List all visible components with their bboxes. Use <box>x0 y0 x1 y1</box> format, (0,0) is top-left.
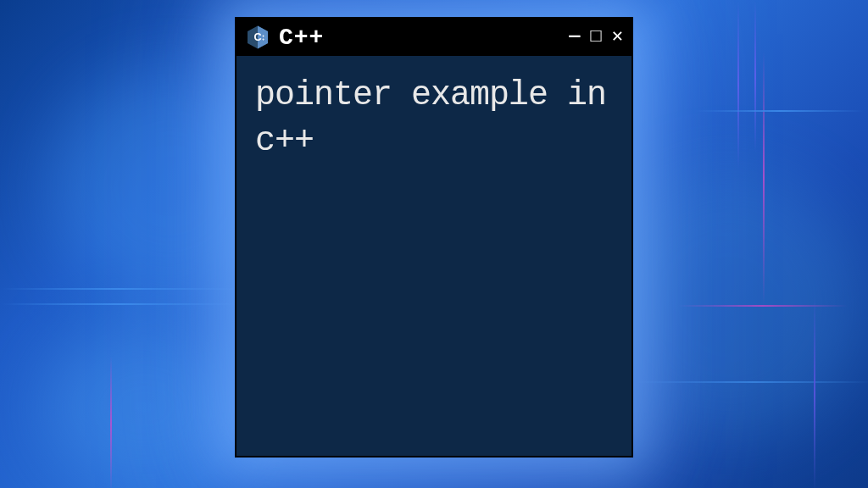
terminal-content: pointer example in c++ <box>236 56 632 456</box>
window-controls: — □ ✕ <box>569 28 623 47</box>
cpp-hexagon-icon: C + + <box>245 25 270 50</box>
svg-text:C: C <box>253 31 261 43</box>
close-button[interactable]: ✕ <box>612 28 623 47</box>
window-title: C++ <box>279 25 560 51</box>
maximize-button[interactable]: □ <box>591 28 602 47</box>
minimize-button[interactable]: — <box>569 28 580 47</box>
svg-text:+: + <box>262 37 264 42</box>
code-output: pointer example in c++ <box>255 73 613 164</box>
window-titlebar[interactable]: C + + C++ — □ ✕ <box>236 19 632 56</box>
terminal-window: C + + C++ — □ ✕ pointer example in c++ <box>235 17 633 458</box>
